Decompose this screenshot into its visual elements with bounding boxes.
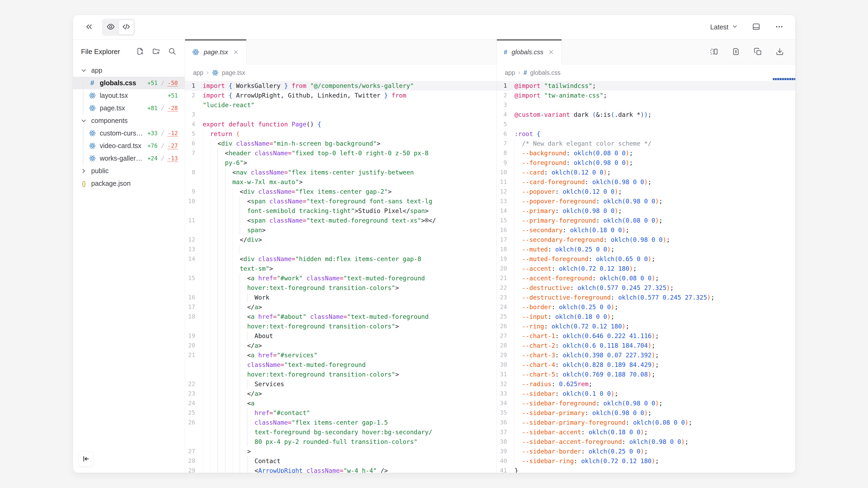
code-line: 40--sidebar-ring: oklch(0.72 0.12 180); bbox=[497, 456, 795, 466]
code-line: 39--sidebar-border: oklch(0.25 0 0); bbox=[497, 447, 795, 456]
code-line: 6:root { bbox=[497, 129, 795, 139]
collapse-sidebar-button[interactable] bbox=[79, 451, 94, 467]
new-folder-button[interactable] bbox=[152, 47, 161, 56]
chevron-down-icon bbox=[80, 67, 88, 74]
code-editor-page-tsx[interactable]: 1import { WorksGallery } from "@/compone… bbox=[185, 81, 497, 473]
tab-page-tsx[interactable]: page.tsx bbox=[185, 39, 247, 64]
file-explorer-title: File Explorer bbox=[81, 47, 120, 56]
code-line: 5return ( bbox=[185, 129, 497, 139]
tree-file-custom-curs-[interactable]: custom-curs…+33 / -12 bbox=[73, 127, 185, 139]
code-toggle-button[interactable] bbox=[119, 20, 134, 35]
new-file-button[interactable] bbox=[135, 47, 145, 56]
tabstrip-left: page.tsx bbox=[185, 39, 497, 64]
preview-toggle-button[interactable] bbox=[103, 20, 119, 35]
code-line: 8<nav className="flex items-center justi… bbox=[185, 168, 497, 177]
app-window: Latest File Explorer bbox=[73, 15, 796, 473]
close-icon[interactable] bbox=[232, 48, 239, 56]
code-line: 23</a> bbox=[185, 389, 497, 398]
panel-bottom-button[interactable] bbox=[750, 21, 763, 34]
new-file-icon bbox=[136, 47, 144, 56]
download-button[interactable] bbox=[773, 45, 786, 58]
code-line: 7<header className="fixed top-0 left-0 r… bbox=[185, 148, 497, 158]
code-line: 24<a bbox=[185, 398, 497, 408]
code-editor-globals-css[interactable]: 1@import "tailwindcss";2@import "tw-anim… bbox=[497, 81, 795, 473]
code-line: 21--accent-foreground: oklch(0.08 0 0); bbox=[497, 273, 795, 283]
version-selector[interactable]: Latest bbox=[709, 23, 740, 32]
tree-file-page.tsx[interactable]: page.tsx+81 / -28 bbox=[73, 102, 185, 115]
ellipsis-icon bbox=[775, 23, 783, 32]
code-line: 2@import "tw-animate-css"; bbox=[497, 91, 795, 100]
tree-file-globals.css[interactable]: #globals.css+51 / -50 bbox=[73, 77, 185, 89]
code-line: 22--destructive: oklch(0.577 0.245 27.32… bbox=[497, 283, 795, 293]
double-chevron-left-icon bbox=[85, 22, 94, 32]
code-line: 4@custom-variant dark (&:is(.dark *)); bbox=[497, 110, 795, 120]
code-line: 27--chart-1: oklch(0.646 0.222 41.116); bbox=[497, 331, 795, 341]
code-line: 29--chart-3: oklch(0.398 0.07 227.392); bbox=[497, 350, 795, 360]
tree-item-label: public bbox=[91, 167, 108, 175]
split-editor-icon bbox=[710, 47, 718, 56]
tree-item-label: package.json bbox=[91, 180, 130, 187]
tree-folder-components[interactable]: components bbox=[73, 115, 185, 127]
close-icon[interactable] bbox=[548, 48, 555, 56]
diff-counts: +51 / -50 bbox=[145, 80, 178, 86]
code-line: 12--popover: oklch(0.12 0 0); bbox=[497, 187, 795, 196]
code-line: 38--sidebar-accent-foreground: oklch(0.9… bbox=[497, 437, 795, 447]
search-button[interactable] bbox=[168, 47, 177, 56]
code-line: 11--card-foreground: oklch(0.98 0 0); bbox=[497, 177, 795, 187]
file-explorer: File Explorer bbox=[73, 39, 185, 473]
code-line: 18<a href="#about" className="text-muted… bbox=[185, 312, 497, 322]
code-line: 6<div className="min-h-screen bg-backgro… bbox=[185, 139, 497, 148]
code-line: 28Contact bbox=[185, 456, 497, 466]
code-line: 22Services bbox=[185, 379, 497, 389]
breadcrumb-root: app bbox=[193, 69, 203, 76]
code-line: 13 bbox=[185, 245, 497, 254]
tree-item-label: page.tsx bbox=[100, 104, 125, 112]
tree-item-label: globals.css bbox=[100, 79, 136, 87]
tree-file-video-card.tsx[interactable]: video-card.tsx+76 / -27 bbox=[73, 139, 185, 152]
code-line: 23--destructive-foreground: oklch(0.577 … bbox=[497, 293, 795, 302]
tree-folder-app[interactable]: app bbox=[73, 64, 185, 77]
code-line: 3 bbox=[497, 100, 795, 110]
code-icon bbox=[122, 23, 130, 32]
code-line: 14--primary: oklch(0.98 0 0); bbox=[497, 206, 795, 216]
tree-file-package.json[interactable]: {}package.json bbox=[73, 177, 185, 190]
code-line: 21<a href="#services" bbox=[185, 350, 497, 360]
chevron-right-icon: › bbox=[518, 69, 520, 76]
copy-icon bbox=[754, 47, 762, 56]
file-diff-button[interactable] bbox=[730, 45, 742, 58]
editor-area: page.tsx app › page.tsx 1import { WorksG… bbox=[185, 39, 795, 473]
breadcrumb-file: globals.css bbox=[530, 69, 561, 76]
split-editor-button[interactable] bbox=[708, 45, 720, 58]
code-line: font-semibold tracking-tight">Studio Pix… bbox=[185, 206, 497, 216]
code-line: 31--chart-5: oklch(0.769 0.188 70.08); bbox=[497, 369, 795, 379]
tree-file-works-galler-[interactable]: works-galler…+24 / -13 bbox=[73, 152, 185, 165]
tab-globals-css[interactable]: # globals.css bbox=[497, 39, 562, 64]
diff-counts: +33 / -12 bbox=[145, 130, 178, 136]
copy-button[interactable] bbox=[751, 45, 764, 58]
code-line: hover:text-foreground transition-colors"… bbox=[185, 369, 497, 379]
more-options-button[interactable] bbox=[773, 21, 786, 34]
tree-folder-public[interactable]: public bbox=[73, 165, 185, 177]
code-line: 9<div className="flex items-center gap-2… bbox=[185, 187, 497, 196]
code-line: 25--input: oklch(0.18 0 0); bbox=[497, 312, 795, 322]
code-line: 3 bbox=[185, 110, 497, 120]
code-line: 80 px-4 py-2 rounded-full transition-col… bbox=[185, 437, 497, 447]
collapse-panel-button[interactable] bbox=[83, 21, 95, 34]
react-icon bbox=[89, 130, 96, 137]
arrow-left-to-bar-icon bbox=[82, 455, 90, 464]
css-hash-icon: # bbox=[89, 79, 96, 87]
tree-file-layout.tsx[interactable]: layout.tsx+51 bbox=[73, 89, 185, 102]
tree-item-label: app bbox=[91, 67, 102, 74]
breadcrumb: app › page.tsx bbox=[185, 64, 497, 81]
diff-counts: +51 bbox=[165, 93, 178, 99]
scroll-position-indicator bbox=[773, 78, 795, 80]
code-line: 4export default function Page() { bbox=[185, 120, 497, 129]
breadcrumb-root: app bbox=[505, 69, 515, 76]
code-line: 36--sidebar-primary-foreground: oklch(0.… bbox=[497, 418, 795, 427]
chevron-right-icon: › bbox=[207, 69, 208, 76]
json-braces-icon: {} bbox=[80, 180, 88, 187]
editor-pane-globals-css: # globals.css bbox=[497, 39, 795, 473]
search-icon bbox=[168, 47, 176, 56]
code-line: 17--secondary-foreground: oklch(0.98 0 0… bbox=[497, 235, 795, 245]
code-line: 16Work bbox=[185, 293, 497, 302]
